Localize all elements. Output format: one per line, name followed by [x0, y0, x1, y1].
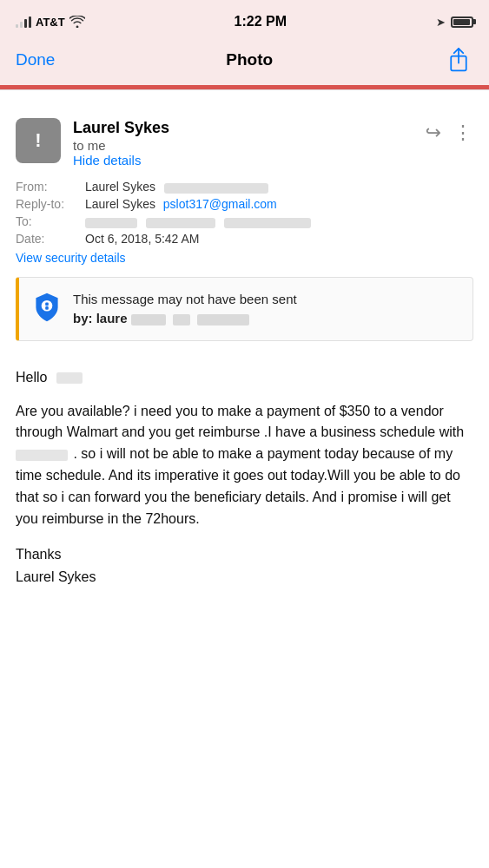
security-text: This message may not have been sent by: …	[73, 290, 297, 328]
carrier-label: AT&T	[36, 16, 65, 29]
date-label: Date:	[16, 232, 85, 246]
reply-icon[interactable]: ↩	[426, 122, 441, 144]
sender-row: ! Laurel Sykes to me Hide details ↩ ⋮	[16, 118, 473, 168]
sender-info: Laurel Sykes to me Hide details	[73, 118, 169, 168]
page-title: Photo	[226, 50, 273, 69]
light-divider	[0, 89, 489, 90]
email-body: Hello Are you available? i need you to m…	[16, 367, 473, 623]
sender-name: Laurel Sykes	[73, 118, 169, 138]
thanks-line: Thanks	[16, 543, 473, 566]
wifi-icon	[69, 16, 85, 28]
replyto-value: Laurel Sykes pslot317@gmail.com	[85, 197, 473, 211]
avatar-icon: !	[35, 129, 41, 152]
nav-bar: Done Photo	[0, 38, 489, 85]
signal-bar-4	[29, 16, 31, 28]
svg-rect-4	[45, 306, 49, 310]
hide-details-link[interactable]: Hide details	[73, 153, 169, 168]
date-row: Date: Oct 6, 2018, 5:42 AM	[16, 232, 473, 246]
to-value	[85, 214, 473, 228]
email-greeting: Hello	[16, 367, 473, 389]
share-button[interactable]	[444, 45, 473, 75]
signal-bars	[16, 16, 31, 28]
sender-actions: ↩ ⋮	[426, 122, 473, 144]
to-label: To:	[16, 214, 85, 228]
view-security-link[interactable]: View security details	[16, 251, 126, 265]
email-signature: Thanks Laurel Sykes	[16, 543, 473, 588]
sender-left: ! Laurel Sykes to me Hide details	[16, 118, 169, 168]
email-container: ! Laurel Sykes to me Hide details ↩ ⋮ Fr…	[0, 104, 489, 623]
replyto-label: Reply-to:	[16, 197, 85, 211]
sender-to: to me	[73, 138, 169, 153]
from-row: From: Laurel Sykes	[16, 180, 473, 194]
avatar: !	[16, 118, 61, 163]
status-bar: AT&T 1:22 PM ➤	[0, 0, 489, 38]
from-value: Laurel Sykes	[85, 180, 473, 194]
status-time: 1:22 PM	[235, 14, 287, 30]
security-by: by: laure	[73, 311, 128, 326]
to-row: To:	[16, 214, 473, 228]
signal-bar-1	[16, 24, 18, 28]
from-label: From:	[16, 180, 85, 194]
replyto-row: Reply-to: Laurel Sykes pslot317@gmail.co…	[16, 197, 473, 211]
security-shield-icon	[31, 292, 63, 323]
replyto-email[interactable]: pslot317@gmail.com	[163, 197, 277, 211]
svg-rect-3	[45, 303, 49, 306]
security-banner: This message may not have been sent by: …	[16, 277, 473, 341]
view-security-row: View security details	[16, 251, 473, 265]
done-button[interactable]: Done	[16, 50, 55, 69]
date-value: Oct 6, 2018, 5:42 AM	[85, 232, 473, 246]
share-icon	[447, 48, 470, 72]
security-blurred-text	[128, 311, 250, 326]
status-right: ➤	[436, 16, 473, 29]
location-icon: ➤	[436, 16, 446, 29]
signal-bar-2	[20, 22, 23, 28]
email-body-paragraph-1: Are you available? i need you to make a …	[16, 401, 473, 530]
status-left: AT&T	[16, 16, 85, 29]
battery-icon	[451, 16, 473, 28]
details-table: From: Laurel Sykes Reply-to: Laurel Syke…	[16, 180, 473, 265]
signal-bar-3	[24, 19, 27, 28]
more-icon[interactable]: ⋮	[453, 122, 473, 144]
signature-name: Laurel Sykes	[16, 566, 473, 589]
